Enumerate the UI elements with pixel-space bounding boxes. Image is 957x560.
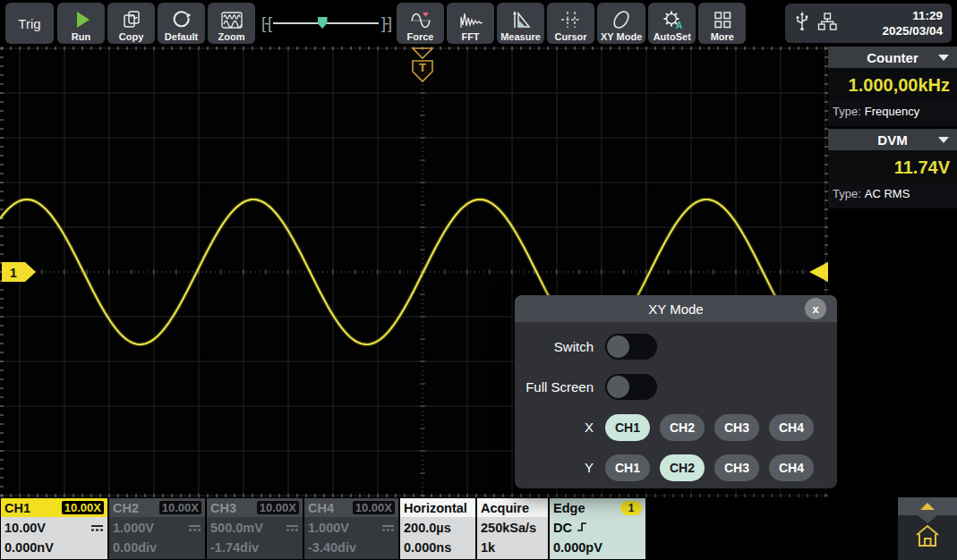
dvm-type-row: Type:AC RMS	[828, 183, 957, 208]
ch1-status-block[interactable]: CH1 10.00X 10.00V 0.000nV	[1, 498, 107, 559]
ch2-offset: 0.00div	[113, 540, 201, 555]
ch1-ground-marker-label: 1	[10, 266, 17, 280]
fullscreen-toggle[interactable]	[605, 374, 657, 400]
trig-label: Trig	[18, 16, 40, 31]
default-label: Default	[165, 31, 198, 42]
measure-button[interactable]: Measure	[497, 3, 544, 44]
xy-mode-label: XY Mode	[601, 31, 642, 42]
collapse-bar[interactable]	[898, 497, 957, 515]
ch4-offset: -3.40div	[308, 540, 395, 555]
fft-spectrum-icon	[459, 9, 483, 31]
x-source-label: X	[515, 420, 594, 435]
rising-edge-icon	[577, 521, 588, 535]
default-reset-icon	[171, 9, 192, 31]
copy-button[interactable]: Copy	[107, 3, 155, 44]
cursor-label: Cursor	[554, 31, 586, 42]
ch3-name: CH3	[210, 501, 236, 515]
horizontal-position-indicator[interactable]: [-[ ]-]	[261, 3, 390, 44]
y-source-options: CH1 CH2 CH3 CH4	[605, 454, 814, 481]
trigger-status-block[interactable]: Edge 1 DC 0.000pV	[550, 498, 645, 559]
chevron-down-icon	[938, 55, 949, 61]
ch4-status-block[interactable]: CH4 10.00X 1.000V -3.40div	[304, 498, 398, 559]
horizontal-status-block[interactable]: Horizontal 200.0µs 0.000ns	[400, 498, 475, 559]
ch1-name: CH1	[4, 501, 30, 515]
ch3-status-block[interactable]: CH3 10.00X 500.0mV -1.74div	[207, 498, 303, 559]
trigger-type: Edge	[553, 501, 585, 515]
y-source-label: Y	[515, 460, 594, 475]
trigger-level: 0.000pV	[553, 540, 642, 555]
x-ch1-pill[interactable]: CH1	[605, 414, 650, 441]
y-ch3-pill[interactable]: CH3	[714, 454, 759, 481]
measure-label: Measure	[500, 31, 541, 42]
acquire-memory-depth: 1k	[481, 540, 544, 555]
run-label: Run	[72, 31, 90, 42]
ch3-offset: -1.74div	[210, 540, 299, 555]
xy-mode-button[interactable]: XY Mode	[597, 3, 645, 44]
ch3-attenuation: 10.00X	[257, 501, 299, 514]
x-ch4-pill[interactable]: CH4	[769, 414, 814, 441]
trigger-coupling: DC	[553, 521, 572, 535]
x-source-row: X CH1 CH2 CH3 CH4	[515, 412, 837, 442]
close-icon[interactable]: x	[805, 298, 826, 319]
copy-icon	[121, 9, 142, 31]
force-label: Force	[407, 31, 434, 42]
y-ch1-pill[interactable]: CH1	[605, 454, 650, 481]
cursor-icon	[560, 9, 583, 31]
zoom-button[interactable]: Zoom	[208, 3, 255, 44]
default-button[interactable]: Default	[158, 3, 205, 44]
acquire-status-block[interactable]: Acquire 250kSa/s 1k	[477, 498, 548, 559]
hpos-track[interactable]	[273, 22, 379, 24]
hpos-marker-icon[interactable]	[318, 17, 328, 29]
svg-text:A: A	[676, 21, 682, 30]
ch2-name: CH2	[113, 501, 139, 515]
trig-button[interactable]: Trig	[5, 3, 54, 44]
xy-mode-dialog: XY Mode x Switch Full Screen X CH1 CH2 C…	[515, 295, 837, 488]
autoset-label: AutoSet	[654, 31, 691, 42]
hpos-left-brackets: [-[	[261, 3, 270, 44]
zoom-waveform-icon	[220, 9, 244, 31]
y-ch4-pill[interactable]: CH4	[769, 454, 814, 481]
dvm-header[interactable]: DVM	[828, 129, 957, 150]
dc-coupling-icon	[286, 521, 299, 535]
clock-time: 11:29	[882, 8, 943, 23]
autoset-button[interactable]: A AutoSet	[648, 3, 696, 44]
fullscreen-label: Full Screen	[515, 379, 594, 395]
cursor-button[interactable]: Cursor	[547, 3, 594, 44]
y-ch2-pill[interactable]: CH2	[660, 454, 705, 481]
fft-button[interactable]: FFT	[447, 3, 494, 44]
switch-label: Switch	[515, 339, 594, 354]
more-button[interactable]: More	[698, 3, 746, 44]
counter-type-value: Frequency	[865, 105, 919, 118]
force-button[interactable]: Force	[397, 3, 444, 44]
lan-icon	[816, 11, 844, 36]
zoom-label: Zoom	[218, 31, 245, 42]
dc-coupling-icon	[381, 521, 395, 535]
x-source-options: CH1 CH2 CH3 CH4	[605, 414, 814, 441]
ch1-ground-marker-icon[interactable]	[2, 262, 36, 282]
x-ch2-pill[interactable]: CH2	[660, 414, 705, 441]
dvm-title: DVM	[877, 132, 907, 148]
xy-mode-ellipse-icon	[611, 9, 632, 31]
run-button[interactable]: Run	[57, 3, 105, 44]
ch2-status-block[interactable]: CH2 10.00X 1.000V 0.00div	[109, 498, 205, 559]
ch2-attenuation: 10.00X	[159, 501, 201, 514]
switch-toggle[interactable]	[605, 334, 657, 360]
dvm-type-value: AC RMS	[865, 187, 910, 200]
ch4-name: CH4	[308, 501, 334, 515]
toggle-knob	[607, 335, 629, 358]
counter-title: Counter	[867, 50, 919, 65]
autoset-gear-icon: A	[662, 9, 683, 31]
bottom-status-bar: CH1 10.00X 10.00V 0.000nV CH2 10.00X 1.0…	[0, 497, 957, 560]
trigger-level-marker-icon[interactable]	[809, 262, 828, 282]
horizontal-delay: 0.000ns	[404, 540, 472, 555]
x-ch3-pill[interactable]: CH3	[714, 414, 759, 441]
fft-label: FFT	[461, 31, 479, 42]
ch2-scale: 1.000V	[113, 521, 154, 535]
status-block: 11:29 2025/03/04	[785, 4, 952, 43]
clock: 11:29 2025/03/04	[882, 8, 943, 38]
counter-header[interactable]: Counter	[828, 47, 957, 68]
trigger-source-badge: 1	[620, 501, 642, 515]
top-toolbar: Trig Run Copy Default	[0, 0, 957, 47]
ch4-attenuation: 10.00X	[353, 501, 395, 514]
ch4-scale: 1.000V	[308, 521, 349, 535]
